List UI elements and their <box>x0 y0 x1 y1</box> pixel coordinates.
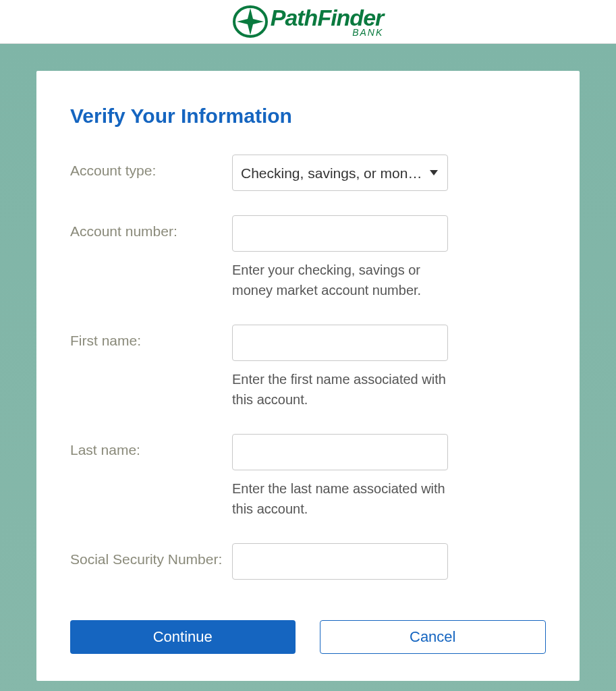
pathfinder-logo-icon <box>233 5 268 38</box>
logo-text: PathFinder BANK <box>271 6 384 37</box>
ssn-row: Social Security Number: <box>70 543 546 580</box>
account-type-select[interactable]: Checking, savings, or money market <box>232 155 448 191</box>
account-number-input[interactable] <box>232 215 448 252</box>
account-type-label: Account type: <box>70 155 232 179</box>
last-name-row: Last name: Enter the last name associate… <box>70 434 546 519</box>
ssn-label: Social Security Number: <box>70 543 232 568</box>
button-row: Continue Cancel <box>70 620 546 654</box>
first-name-help: Enter the first name associated with thi… <box>232 369 448 410</box>
first-name-row: First name: Enter the first name associa… <box>70 325 546 410</box>
last-name-help: Enter the last name associated with this… <box>232 478 448 519</box>
continue-button[interactable]: Continue <box>70 620 296 654</box>
verify-card: Verify Your Information Account type: Ch… <box>36 71 580 681</box>
top-header: PathFinder BANK <box>0 0 616 44</box>
account-number-row: Account number: Enter your checking, sav… <box>70 215 546 300</box>
account-number-label: Account number: <box>70 215 232 240</box>
last-name-input[interactable] <box>232 434 448 470</box>
first-name-input[interactable] <box>232 325 448 361</box>
last-name-label: Last name: <box>70 434 232 458</box>
logo: PathFinder BANK <box>233 5 384 38</box>
first-name-label: First name: <box>70 325 232 349</box>
logo-sub: BANK <box>352 28 383 37</box>
page-title: Verify Your Information <box>70 105 546 128</box>
account-number-help: Enter your checking, savings or money ma… <box>232 260 448 300</box>
account-type-row: Account type: Checking, savings, or mone… <box>70 155 546 191</box>
logo-brand: PathFinder <box>271 6 384 29</box>
ssn-input[interactable] <box>232 543 448 580</box>
cancel-button[interactable]: Cancel <box>320 620 547 654</box>
page-background: Verify Your Information Account type: Ch… <box>0 44 616 691</box>
